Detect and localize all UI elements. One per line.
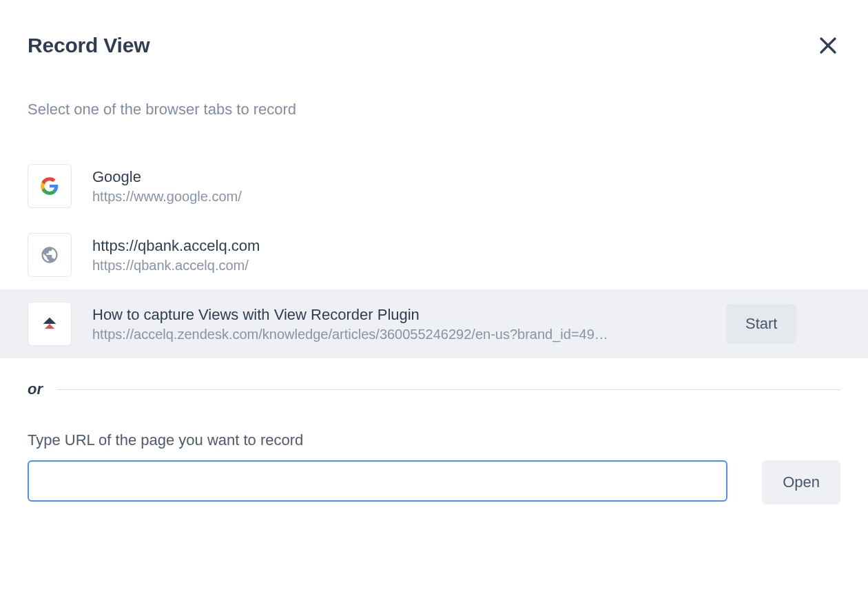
- url-input[interactable]: [28, 460, 727, 502]
- google-icon: [40, 176, 59, 196]
- record-view-panel: Record View Select one of the browser ta…: [0, 0, 868, 616]
- accelq-icon: [40, 314, 59, 333]
- tab-item-accelq-article[interactable]: How to capture Views with View Recorder …: [0, 289, 868, 358]
- url-input-label: Type URL of the page you want to record: [28, 431, 840, 449]
- tab-title: Google: [92, 168, 849, 186]
- favicon-box: [28, 302, 72, 346]
- favicon-box: [28, 164, 72, 208]
- tab-item-google[interactable]: Google https://www.google.com/: [0, 152, 868, 220]
- tab-url: https://qbank.accelq.com/: [92, 258, 849, 274]
- tab-text: https://qbank.accelq.com https://qbank.a…: [92, 237, 849, 274]
- tab-url: https://www.google.com/: [92, 189, 849, 205]
- or-label: or: [28, 380, 43, 398]
- close-button[interactable]: [816, 33, 840, 58]
- globe-icon: [40, 245, 59, 265]
- tab-text: Google https://www.google.com/: [92, 168, 849, 205]
- tab-title: https://qbank.accelq.com: [92, 237, 849, 255]
- divider-line: [56, 389, 840, 390]
- favicon-box: [28, 233, 72, 277]
- url-section: Type URL of the page you want to record …: [0, 431, 868, 504]
- tab-text: How to capture Views with View Recorder …: [92, 306, 705, 342]
- header: Record View: [0, 0, 868, 58]
- tab-list: Google https://www.google.com/ https://q…: [0, 152, 868, 358]
- instruction-text: Select one of the browser tabs to record: [0, 101, 868, 119]
- divider-row: or: [0, 380, 868, 398]
- tab-url: https://accelq.zendesk.com/knowledge/art…: [92, 327, 705, 342]
- tab-title: How to capture Views with View Recorder …: [92, 306, 705, 324]
- url-row: Open: [28, 460, 840, 504]
- tab-item-qbank[interactable]: https://qbank.accelq.com https://qbank.a…: [0, 220, 868, 289]
- start-button[interactable]: Start: [726, 304, 796, 344]
- open-button[interactable]: Open: [762, 460, 840, 504]
- close-icon: [818, 35, 838, 56]
- page-title: Record View: [28, 34, 149, 57]
